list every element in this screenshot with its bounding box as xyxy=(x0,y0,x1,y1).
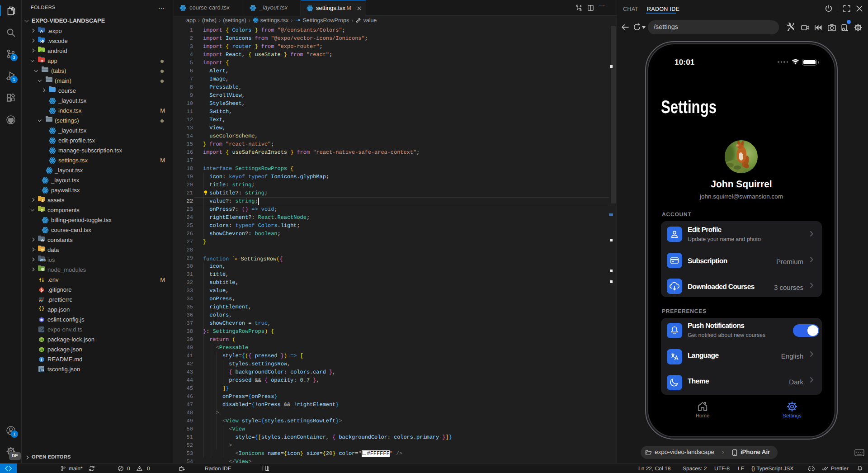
svg-text:JS: JS xyxy=(40,339,44,342)
svg-text:JS: JS xyxy=(40,349,44,352)
